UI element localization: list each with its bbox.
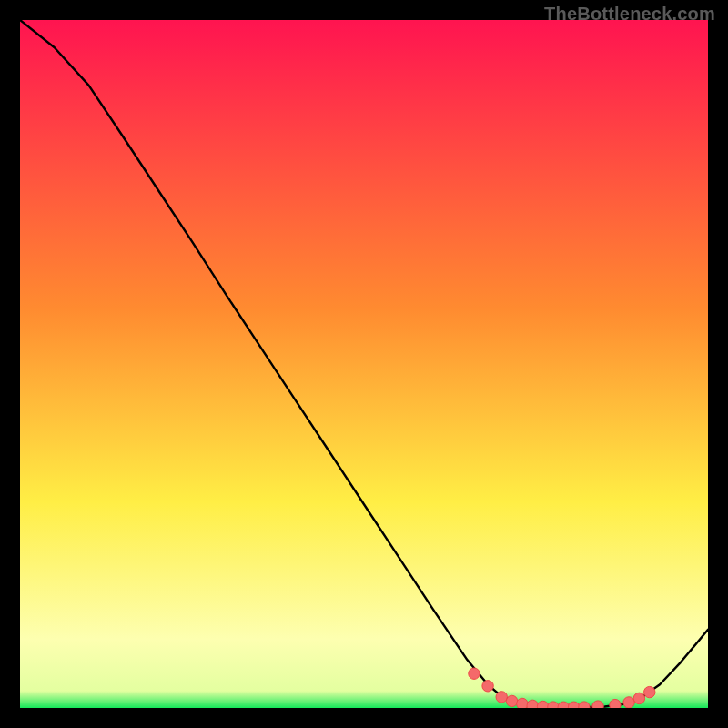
highlight-dot: [592, 701, 603, 708]
chart-stage: TheBottleneck.com: [0, 0, 728, 728]
highlight-dot: [537, 701, 548, 708]
plot-area: [20, 20, 708, 708]
plot-svg: [20, 20, 708, 708]
highlight-dot: [633, 693, 644, 703]
highlight-dot: [506, 695, 517, 706]
highlight-dot: [517, 698, 528, 708]
highlight-dot: [527, 700, 538, 708]
gradient-background: [20, 20, 708, 708]
highlight-dot: [610, 699, 621, 708]
highlight-dot: [623, 697, 634, 708]
highlight-dot: [469, 668, 480, 679]
highlight-dot: [482, 681, 493, 692]
highlight-dot: [496, 692, 507, 703]
highlight-dot: [644, 686, 655, 697]
